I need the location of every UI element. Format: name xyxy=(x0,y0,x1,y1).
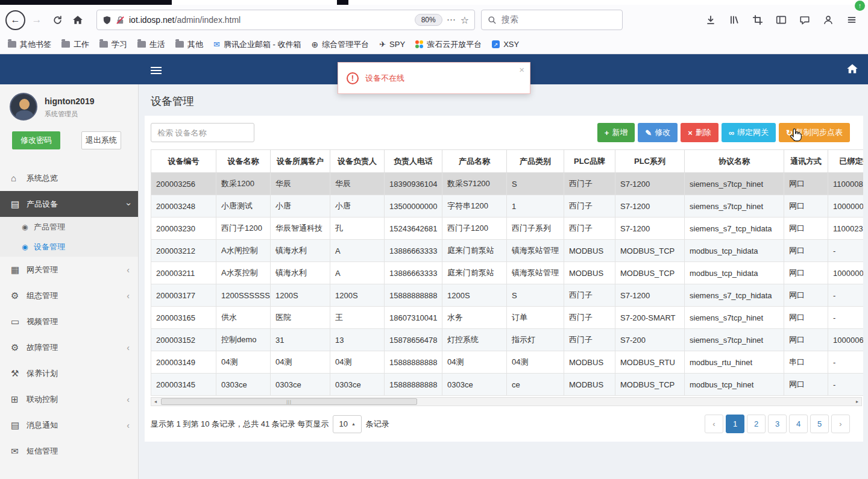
horizontal-scrollbar[interactable]: ◂ ||| ▸ xyxy=(151,397,862,406)
bookmark-management-platform[interactable]: ⊕综合管理平台 xyxy=(311,39,369,50)
bookmark-tencent-exmail[interactable]: ✉腾讯企业邮箱 - 收件箱 xyxy=(213,39,301,50)
sidebar-item-linkage-control[interactable]: ⊞联动控制‹ xyxy=(0,386,138,412)
home-button[interactable] xyxy=(68,10,88,30)
sidebar-subitem-product-management[interactable]: ◉产品管理 xyxy=(0,217,138,237)
sidebar-subitem-device-management[interactable]: ◉设备管理 xyxy=(0,237,138,257)
grid-icon: ▦ xyxy=(11,265,25,275)
page-button-1[interactable]: 1 xyxy=(726,415,744,433)
offline-alert: ! 设备不在线 × xyxy=(338,62,530,94)
table-row-200003212[interactable]: 200003212A水闸控制镇海水利A13886663333庭来门前泵站镇海泵站… xyxy=(151,240,864,262)
cell-plc-brand: MODBUS xyxy=(564,240,615,262)
downloads-icon[interactable] xyxy=(702,11,720,29)
bookmark-star-icon[interactable]: ☆ xyxy=(461,14,469,26)
app-menu-icon[interactable] xyxy=(843,11,861,29)
screenshot-crop-icon[interactable] xyxy=(749,11,767,29)
bookmark-other[interactable]: 其他 xyxy=(175,39,203,50)
table-row-200003145[interactable]: 2000031450303ce0303ce0303ce1588888888803… xyxy=(151,374,864,396)
column-header-phone[interactable]: 负责人电话 xyxy=(385,150,442,173)
bookmark-other-bookmarks[interactable]: 其他书签 xyxy=(8,39,51,50)
edit-button[interactable]: ✎修改 xyxy=(638,123,678,142)
bookmark-ys7-open-platform[interactable]: 萤石云开放平台 xyxy=(415,39,482,50)
column-header-product-category[interactable]: 产品类别 xyxy=(507,150,564,173)
scrollbar-track[interactable]: ||| xyxy=(160,398,853,405)
page-next-button[interactable]: › xyxy=(831,415,850,433)
sidebar-item-product-device[interactable]: ▤产品设备‹ xyxy=(0,191,138,217)
column-header-protocol-name[interactable]: 协议名称 xyxy=(685,150,784,173)
menu-toggle-button[interactable] xyxy=(151,65,162,76)
alert-message: 设备不在线 xyxy=(365,73,404,84)
zoom-level-badge[interactable]: 80% xyxy=(415,14,442,26)
sidebar-item-maintenance-plan[interactable]: ⚒保养计划 xyxy=(0,360,138,386)
add-button[interactable]: +新增 xyxy=(597,123,635,142)
column-header-plc-brand[interactable]: PLC品牌 xyxy=(564,150,615,173)
circle-icon: ◉ xyxy=(22,243,34,251)
device-search-input[interactable] xyxy=(151,123,254,142)
page-button-3[interactable]: 3 xyxy=(768,415,787,433)
table-row-200003230[interactable]: 200003230西门子1200华辰智通科技孔15243642681西门子120… xyxy=(151,218,864,240)
browser-search-bar[interactable]: 搜索 xyxy=(481,10,623,30)
page-prev-button[interactable]: ‹ xyxy=(705,415,723,433)
sidebar-item-label: 联动控制 xyxy=(27,394,127,405)
table-row-200003149[interactable]: 20000314904测04测04测1588888888804测04测MODBU… xyxy=(151,351,864,374)
table-row-200003177[interactable]: 2000031771200SSSSSS1200S1200S15888888888… xyxy=(151,284,864,307)
url-bar[interactable]: iot.idosp.net/admin/index.html 80% ⋯ ☆ xyxy=(96,10,475,30)
bind-gateway-button[interactable]: ∞绑定网关 xyxy=(722,123,776,142)
column-header-device-id[interactable]: 设备编号 xyxy=(151,150,216,173)
scroll-left-arrow-icon[interactable]: ◂ xyxy=(151,399,160,404)
cell-bound: 1000000 xyxy=(828,195,864,218)
sidebar-item-system-overview[interactable]: ⌂系统总览 xyxy=(0,165,138,191)
sidebar-item-sms-management[interactable]: ✉短信管理 xyxy=(0,438,138,464)
table-row-200003152[interactable]: 200003152控制demo311315878656478灯控系统指示灯西门子… xyxy=(151,329,864,351)
cell-customer: 医院 xyxy=(271,307,330,329)
user-panel: hignton2019 系统管理员 修改密码 退出系统 xyxy=(0,84,138,149)
copy-sync-table-button[interactable]: ↻复制同步点表 xyxy=(779,123,850,142)
column-header-device-name[interactable]: 设备名称 xyxy=(216,150,271,173)
bookmark-xsy[interactable]: ↗XSY xyxy=(492,40,519,49)
back-button[interactable]: ← xyxy=(5,10,25,30)
bookmark-life[interactable]: 生活 xyxy=(137,39,165,50)
alert-close-icon[interactable]: × xyxy=(519,64,524,75)
column-header-plc-series[interactable]: PLC系列 xyxy=(615,150,685,173)
tracking-protection-shield-icon[interactable] xyxy=(102,16,112,25)
column-header-customer[interactable]: 设备所属客户 xyxy=(271,150,330,173)
feedback-bubble-icon[interactable] xyxy=(796,11,814,29)
page-button-5[interactable]: 5 xyxy=(810,415,829,433)
sidebar-item-fault-management[interactable]: ⚙故障管理‹ xyxy=(0,334,138,360)
cell-device-name: 0303ce xyxy=(216,374,271,396)
table-row-200003165[interactable]: 200003165供水医院王18607310041水务订单西门子S7-200-S… xyxy=(151,307,864,329)
account-icon[interactable] xyxy=(819,11,837,29)
sidebar-item-message-notify[interactable]: ▤消息通知‹ xyxy=(0,412,138,438)
sidebar-item-gateway-management[interactable]: ▦网关管理‹ xyxy=(0,257,138,283)
delete-button[interactable]: ×删除 xyxy=(681,123,719,142)
library-icon[interactable] xyxy=(725,11,743,29)
scroll-right-arrow-icon[interactable]: ▸ xyxy=(853,399,861,404)
sidebar-item-video-management[interactable]: ▭视频管理 xyxy=(0,308,138,334)
change-password-button[interactable]: 修改密码 xyxy=(12,131,60,149)
cell-customer: 华辰智通科技 xyxy=(271,218,330,240)
page-button-4[interactable]: 4 xyxy=(789,415,808,433)
sidebar-toggle-icon[interactable] xyxy=(772,11,790,29)
sidebar-item-scada-management[interactable]: ⚙组态管理‹ xyxy=(0,283,138,308)
table-row-200003211[interactable]: 200003211A水泵控制镇海水利A13886663333庭来门前泵站镇海泵站… xyxy=(151,262,864,284)
column-header-product-name[interactable]: 产品名称 xyxy=(442,150,507,173)
insecure-lock-icon[interactable] xyxy=(116,16,125,25)
cell-protocol-name: modbus_tcp_hidata xyxy=(685,240,784,262)
page-actions-icon[interactable]: ⋯ xyxy=(447,14,456,25)
browser-update-icon[interactable]: ↑ xyxy=(855,1,865,11)
table-row-200003248[interactable]: 200003248小唐测试小唐小唐13500000000字符串12001西门子S… xyxy=(151,195,864,218)
column-header-bound[interactable]: 已绑定数 xyxy=(828,150,864,173)
table-row-200003256[interactable]: 200003256数采1200华辰华辰18390936104数采S71200S西… xyxy=(151,173,864,195)
page-size-dropdown[interactable]: 10 ▲ xyxy=(333,415,361,433)
bookmark-study[interactable]: 学习 xyxy=(99,39,127,50)
logout-button[interactable]: 退出系统 xyxy=(81,131,121,149)
column-header-comm-type[interactable]: 通讯方式 xyxy=(784,150,828,173)
reload-button[interactable] xyxy=(47,10,68,30)
page-button-2[interactable]: 2 xyxy=(747,415,766,433)
forward-button[interactable]: → xyxy=(27,10,47,30)
folder-icon xyxy=(137,41,146,48)
bookmark-spy[interactable]: ✈SPY xyxy=(379,40,405,49)
bookmark-work[interactable]: 工作 xyxy=(61,39,89,50)
column-header-owner[interactable]: 设备负责人 xyxy=(330,150,385,173)
app-home-icon[interactable] xyxy=(846,63,858,77)
scrollbar-thumb[interactable]: ||| xyxy=(161,398,417,405)
